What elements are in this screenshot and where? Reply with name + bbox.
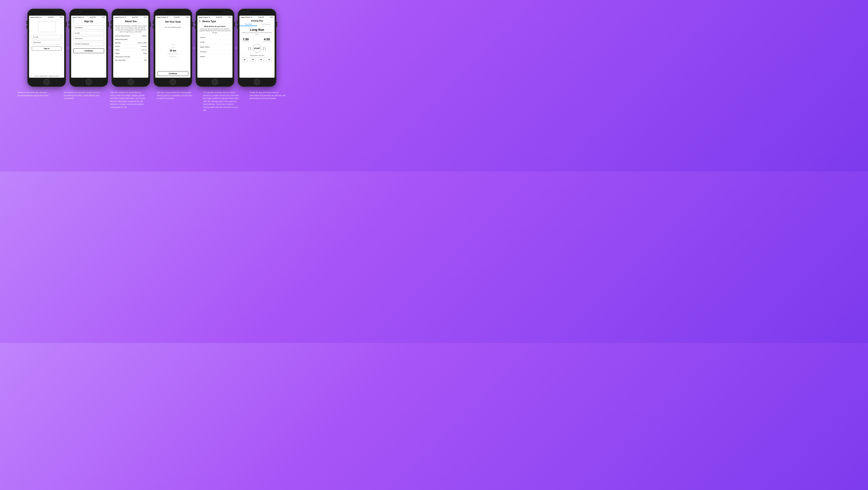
distance-label: DISTANCE — [242, 41, 249, 42]
continue-button[interactable]: Continue — [73, 48, 104, 53]
tab-full-schedule[interactable]: Full Schedule — [257, 23, 275, 26]
status-time-6: 8:00 PM — [258, 17, 264, 18]
info-row-7: Max Heart Rate 190 — [113, 59, 148, 62]
device-garmin[interactable]: Garmin — [197, 35, 232, 40]
status-carrier-3: ●●●● InVision ▼ — [115, 17, 126, 18]
email-field[interactable]: E-mail — [32, 35, 62, 39]
arrow-4: › — [193, 45, 195, 51]
info-label-4: Height — [115, 49, 119, 51]
phones-row: ●●●● InVision ▼ 8:00 PM 100% E-mail Pass… — [4, 9, 299, 87]
plan-icon-4: ⊠ — [267, 57, 272, 62]
caption-4: After this, Jenny enters her training go… — [156, 91, 194, 112]
device-close-button[interactable]: X — [199, 20, 200, 23]
info-row-0: Units of Measurement Metric — [113, 34, 148, 38]
screen-training: ●●●● InVision ▼ 8:00 PM 100% Training Pl… — [240, 16, 275, 78]
home-button-5[interactable] — [212, 79, 218, 85]
status-battery-3: 100% — [144, 17, 147, 18]
device-fitbit[interactable]: Fit Bit — [197, 40, 232, 45]
info-label-1: Athlete Information — [115, 39, 128, 40]
plan-icons: ⊠ ⊠ ⊠ ⊠ — [240, 57, 275, 63]
signin-button[interactable]: Sign In — [32, 47, 62, 51]
training-title: Training Plan — [240, 19, 275, 23]
device-description: Select your device manufacturer from the… — [197, 28, 232, 35]
caption-3: After she verifies her email address, Je… — [109, 91, 148, 112]
goal-title: Set Your Goal — [155, 19, 190, 25]
pace-label: TARGET PACE — [262, 41, 272, 42]
device-question: What device do you have? — [197, 24, 232, 28]
fullname-field[interactable]: Full Name — [73, 26, 104, 30]
info-label-0: Units of Measurement — [115, 35, 130, 37]
status-battery-2: 100% — [102, 17, 105, 18]
info-row-2: Birthday Feb 19, 1999 — [113, 41, 148, 45]
phone-group-5: ●●●● InVision ▼ 8:00 PM 100% X Device Ty… — [196, 9, 238, 87]
caption-5: The app then prompts Jenny to allow acce… — [202, 91, 241, 112]
status-battery-4: 100% — [186, 17, 189, 18]
info-row-3: Gender Female — [113, 45, 148, 48]
status-carrier-1: ●●●● InVision ▼ — [30, 17, 42, 18]
device-wahoo[interactable]: wahoo — [197, 54, 232, 59]
iphone-4: ●●●● InVision ▼ 8:00 PM 100% Set Your Go… — [154, 9, 192, 87]
device-header: X Device Type — [197, 19, 232, 24]
about-description: We'd like this information to provide mo… — [113, 24, 148, 34]
email-field-signup[interactable]: E-mail — [73, 31, 104, 35]
phone-group-3: ●●●● InVision ▼ 8:00 PM 100% About You W… — [112, 9, 154, 87]
phone-group-4: ●●●● InVision ▼ 8:00 PM 100% Set Your Go… — [154, 9, 196, 87]
iphone-6: ●●●● InVision ▼ 8:00 PM 100% Training Pl… — [238, 9, 276, 87]
app-logo — [38, 21, 55, 32]
dist-10[interactable]: 10 km — [169, 49, 176, 52]
arrow-2: › — [109, 45, 111, 51]
dist-half[interactable]: Half-Marathon — [167, 53, 179, 55]
captions-row: Jenny is a first time user. She was reco… — [4, 91, 299, 112]
password-field-signup[interactable]: Password — [73, 36, 104, 40]
info-value-0: Metric — [143, 35, 147, 37]
device-tomtom[interactable]: TomTom — [197, 49, 232, 54]
info-label-5: Weight — [115, 53, 120, 54]
arrow-5: › — [235, 45, 237, 51]
status-carrier-5: ●●●● InVision ▼ — [199, 17, 210, 18]
dist-5[interactable]: 5 km — [171, 46, 175, 49]
home-button-3[interactable] — [128, 79, 134, 85]
info-value-7: 190 — [144, 59, 147, 61]
screen-device: ●●●● InVision ▼ 8:00 PM 100% X Device Ty… — [197, 16, 232, 78]
phone-group-6: ●●●● InVision ▼ 8:00 PM 100% Training Pl… — [238, 9, 276, 87]
status-carrier-2: ●●●● InVision ▼ — [72, 17, 84, 18]
start-row: [ ] START [ ] — [240, 43, 275, 54]
password-field[interactable]: Password — [32, 40, 62, 45]
home-button-2[interactable] — [86, 79, 92, 85]
back-button[interactable]: < — [73, 20, 74, 22]
tab-this-week[interactable]: This Week — [240, 23, 257, 26]
signup-link[interactable]: New to "App Name"? Sign Up Here! — [29, 74, 64, 78]
device-apple-watch[interactable]: Apple Watch — [197, 45, 232, 49]
signup-title: < Sign Up — [71, 19, 106, 24]
status-bar-5: ●●●● InVision ▼ 8:00 PM 100% — [197, 16, 232, 19]
caption-2: She initiates the account creation proce… — [63, 91, 101, 112]
iphone-5: ●●●● InVision ▼ 8:00 PM 100% X Device Ty… — [196, 9, 234, 87]
dist-1-6[interactable]: 1.6 km — [170, 44, 176, 46]
status-bar-1: ●●●● InVision ▼ 8:00 PM 100% — [29, 16, 64, 19]
info-label-2: Birthday — [115, 42, 121, 44]
dist-full[interactable]: Marathon — [169, 55, 177, 58]
home-button-4[interactable] — [170, 79, 176, 85]
home-button-6[interactable] — [254, 79, 260, 85]
training-content: Training Plan This Week Full Schedule Lo… — [240, 19, 275, 78]
phone-group-1: ●●●● InVision ▼ 8:00 PM 100% E-mail Pass… — [27, 9, 69, 87]
start-button[interactable]: START — [253, 44, 261, 53]
distance-list: 1.6 km 5 km 10 km Half-Marathon Marathon — [155, 30, 190, 71]
status-battery-1: 100% — [60, 17, 63, 18]
info-label-3: Gender — [115, 46, 120, 47]
iphone-3: ●●●● InVision ▼ 8:00 PM 100% About You W… — [112, 9, 150, 87]
info-label-7: Max Heart Rate — [115, 59, 126, 61]
info-value-2: Feb 19, 1999 — [138, 42, 147, 44]
home-button-1[interactable] — [43, 79, 50, 85]
confirm-password-field[interactable]: Confirm Password — [73, 42, 104, 46]
screen-about: ●●●● InVision ▼ 8:00 PM 100% About You W… — [113, 16, 148, 78]
metrics-row: 7.50 DISTANCE 4:50 TARGET PACE — [240, 37, 275, 43]
screen-signin: ●●●● InVision ▼ 8:00 PM 100% E-mail Pass… — [29, 16, 64, 78]
screen-goal: ●●●● InVision ▼ 8:00 PM 100% Set Your Go… — [155, 16, 190, 78]
about-content: About You We'd like this information to … — [113, 19, 148, 78]
plan-icon-2: ⊠ — [250, 57, 255, 62]
device-content: X Device Type What device do you have? S… — [197, 19, 232, 78]
caption-1: Jenny is a first time user. She was reco… — [17, 91, 55, 112]
status-time-3: 8:00 PM — [132, 17, 138, 18]
goal-continue-button[interactable]: Continue — [157, 71, 188, 76]
